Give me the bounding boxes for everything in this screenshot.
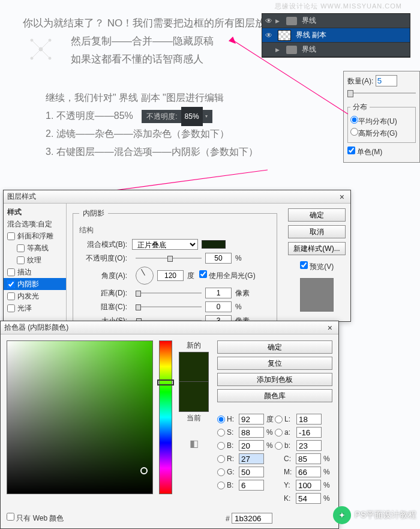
lab-b-input[interactable]	[296, 440, 322, 451]
contour-checkbox[interactable]	[17, 244, 25, 252]
web-only-checkbox[interactable]	[7, 513, 14, 521]
l-radio[interactable]	[275, 416, 283, 423]
m-input[interactable]	[296, 467, 321, 477]
k-input[interactable]	[296, 493, 321, 504]
distance-value[interactable]	[205, 288, 232, 298]
angle-dial[interactable]	[136, 267, 154, 285]
h-radio[interactable]	[217, 416, 225, 423]
lab-b-radio[interactable]	[275, 442, 283, 450]
monochrome-option[interactable]: 单色(M)	[347, 147, 416, 157]
ok-button[interactable]: 确定	[288, 208, 346, 222]
r-input[interactable]	[239, 453, 264, 464]
ok-button[interactable]: 确定	[217, 340, 332, 354]
texture-checkbox[interactable]	[17, 256, 25, 264]
b-radio[interactable]	[217, 442, 225, 450]
dropdown-icon[interactable]: ▾	[205, 107, 208, 125]
global-light-checkbox[interactable]	[199, 270, 207, 278]
dialog-titlebar[interactable]: 拾色器 (内阴影颜色) ×	[1, 321, 338, 334]
choke-value[interactable]	[205, 301, 232, 312]
gamut-warning-icon[interactable]: ◧	[190, 438, 199, 449]
y-input[interactable]	[296, 480, 321, 491]
new-style-button[interactable]: 新建样式(W)...	[288, 242, 346, 255]
global-light-option[interactable]: 使用全局光(G)	[199, 270, 256, 281]
shadow-color-swatch[interactable]	[202, 240, 226, 249]
color-library-button[interactable]: 颜色库	[217, 389, 332, 402]
stroke-row[interactable]: 描边	[4, 266, 66, 278]
reset-button[interactable]: 复位	[217, 357, 332, 370]
stroke-checkbox[interactable]	[7, 268, 15, 276]
l-input[interactable]	[296, 414, 322, 425]
contour-row[interactable]: 等高线	[4, 242, 66, 254]
bevel-row[interactable]: 斜面和浮雕	[4, 230, 66, 242]
h-input[interactable]	[239, 414, 264, 425]
web-only-option[interactable]: 只有 Web 颜色	[7, 513, 64, 524]
b-hsb-input[interactable]	[239, 440, 264, 451]
visibility-icon[interactable]: 👁	[262, 17, 275, 25]
cancel-button[interactable]: 取消	[288, 225, 346, 238]
r-radio[interactable]	[217, 455, 225, 463]
s-input[interactable]	[239, 427, 264, 438]
current-color-swatch[interactable]	[179, 382, 209, 412]
gaussian-option[interactable]: 高斯分布(G)	[350, 128, 413, 139]
layer-thumbnail	[278, 30, 291, 41]
color-field[interactable]	[7, 340, 153, 494]
layer-style-dialog: 图层样式 × 样式 混合选项:自定 斜面和浮雕 等高线 纹理 描边 内阴影 内发…	[3, 190, 351, 322]
hex-input[interactable]	[232, 513, 272, 524]
a-radio[interactable]	[275, 429, 283, 437]
opacity-slider[interactable]	[136, 254, 202, 262]
close-icon[interactable]: ×	[325, 323, 335, 333]
opacity-value[interactable]	[205, 253, 232, 264]
slider-knob[interactable]	[347, 90, 353, 97]
g-input[interactable]	[239, 467, 264, 477]
inner-glow-row[interactable]: 内发光	[4, 290, 66, 302]
m-row: M:%	[275, 467, 332, 477]
svg-point-5	[31, 57, 33, 59]
gaussian-radio[interactable]	[350, 128, 358, 136]
close-icon[interactable]: ×	[337, 192, 347, 202]
layer-row-copy[interactable]: 👁 界线 副本	[262, 28, 410, 43]
texture-row[interactable]: 纹理	[4, 254, 66, 266]
layer-row-group-bottom[interactable]: ▶ 界线	[262, 43, 410, 57]
inner-glow-checkbox[interactable]	[7, 292, 15, 300]
blend-mode-select[interactable]: 正片叠底	[132, 239, 198, 250]
b-rgb-input[interactable]	[239, 480, 264, 491]
slider-knob[interactable]	[136, 291, 141, 297]
opacity-chip[interactable]: 不透明度: 85% ▾	[142, 110, 212, 123]
preview-option[interactable]: 预览(V)	[300, 261, 334, 272]
satin-row[interactable]: 光泽	[4, 302, 66, 314]
add-swatch-button[interactable]: 添加到色板	[217, 373, 332, 386]
bevel-checkbox[interactable]	[7, 232, 15, 240]
angle-value[interactable]	[157, 270, 184, 281]
color-cursor[interactable]	[140, 467, 148, 474]
k-row: K:%	[275, 493, 332, 504]
choke-slider[interactable]	[136, 303, 202, 311]
preview-checkbox[interactable]	[300, 261, 308, 269]
slider-knob[interactable]	[167, 256, 173, 262]
b-rgb-radio[interactable]	[217, 482, 225, 489]
g-radio[interactable]	[217, 468, 225, 476]
blend-options-row[interactable]: 混合选项:自定	[4, 218, 66, 230]
dialog-titlebar[interactable]: 图层样式 ×	[4, 190, 350, 204]
s-radio[interactable]	[217, 429, 225, 437]
styles-header[interactable]: 样式	[4, 206, 66, 218]
l-label: L:	[284, 415, 296, 423]
hue-slider[interactable]	[157, 379, 173, 385]
distance-slider[interactable]	[136, 289, 202, 297]
layer-row-group-top[interactable]: 👁 ▶ 界线	[262, 14, 410, 28]
c-input[interactable]	[296, 453, 321, 464]
hue-strip[interactable]	[159, 340, 172, 494]
amount-input[interactable]	[376, 75, 397, 86]
expand-icon[interactable]: ▶	[275, 18, 284, 24]
a-input[interactable]	[296, 427, 322, 438]
monochrome-checkbox[interactable]	[347, 147, 355, 154]
layers-panel[interactable]: 👁 ▶ 界线 👁 界线 副本 ▶ 界线	[262, 13, 410, 58]
expand-icon[interactable]: ▶	[275, 47, 284, 53]
uniform-radio[interactable]	[350, 116, 358, 124]
visibility-icon[interactable]: 👁	[262, 31, 275, 40]
slider-knob[interactable]	[136, 304, 141, 310]
inner-shadow-row[interactable]: 内阴影	[4, 278, 66, 290]
amount-slider[interactable]	[347, 90, 416, 97]
inner-shadow-checkbox[interactable]	[7, 280, 15, 288]
satin-checkbox[interactable]	[7, 304, 15, 312]
uniform-option[interactable]: 平均分布(U)	[350, 116, 413, 127]
